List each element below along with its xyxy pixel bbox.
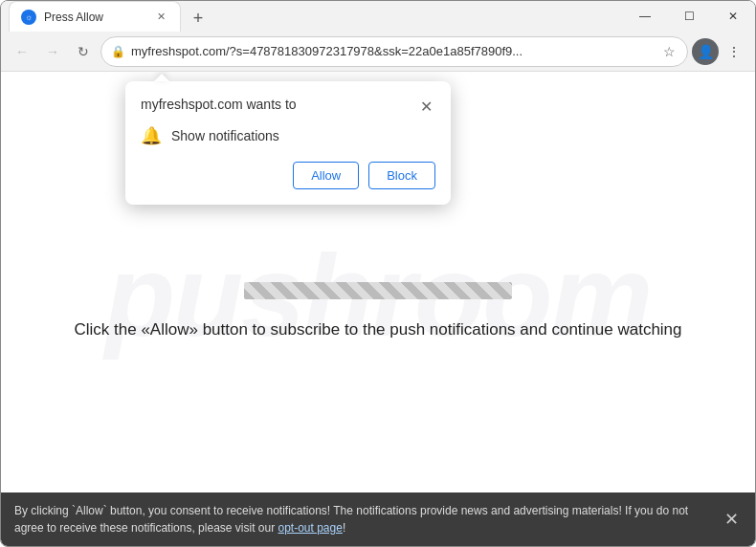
tab-close-button[interactable]: ✕ <box>153 10 168 25</box>
progress-area <box>244 282 512 299</box>
profile-icon: 👤 <box>698 44 714 59</box>
menu-button[interactable]: ⋮ <box>721 38 747 65</box>
main-instruction-text: Click the «Allow» button to subscribe to… <box>1 320 755 339</box>
tab-title: Press Allow <box>44 11 103 24</box>
window-close-button[interactable]: ✕ <box>711 1 755 32</box>
tab-favicon: ☼ <box>21 10 36 25</box>
tab-bar: ☼ Press Allow ✕ + <box>1 1 623 32</box>
bottom-bar-text-after-link: ! <box>343 521 345 535</box>
back-button[interactable]: ← <box>9 38 35 65</box>
active-tab[interactable]: ☼ Press Allow ✕ <box>9 1 181 32</box>
popup-buttons: Allow Block <box>141 162 435 189</box>
allow-button[interactable]: Allow <box>293 162 359 189</box>
address-bar: ← → ↻ 🔒 myfreshspot.com/?s=4787818309723… <box>1 32 755 72</box>
popup-arrow <box>154 74 169 81</box>
block-button[interactable]: Block <box>368 162 435 189</box>
security-lock-icon: 🔒 <box>111 45 125 58</box>
forward-button[interactable]: → <box>39 38 66 65</box>
bottom-bar-text: By clicking `Allow` button, you consent … <box>14 502 711 536</box>
bookmark-icon[interactable]: ☆ <box>661 42 678 61</box>
url-text: myfreshspot.com/?s=478781830972317978&ss… <box>131 44 656 58</box>
popup-notification-row: 🔔 Show notifications <box>141 125 435 146</box>
popup-notification-label: Show notifications <box>171 128 279 143</box>
url-bar[interactable]: 🔒 myfreshspot.com/?s=478781830972317978&… <box>100 36 688 67</box>
bottom-bar-text-before-link: By clicking `Allow` button, you consent … <box>14 504 688 535</box>
title-bar: ☼ Press Allow ✕ + — ☐ ✕ <box>1 1 755 32</box>
popup-close-button[interactable]: ✕ <box>416 97 435 116</box>
toolbar-right: 👤 ⋮ <box>692 38 747 65</box>
browser-window: ☼ Press Allow ✕ + — ☐ ✕ ← → ↻ 🔒 myfreshs… <box>0 0 756 547</box>
popup-header: myfreshspot.com wants to ✕ <box>141 97 435 116</box>
maximize-button[interactable]: ☐ <box>667 1 711 32</box>
refresh-button[interactable]: ↻ <box>70 38 97 65</box>
opt-out-link[interactable]: opt-out page <box>278 521 342 535</box>
bottom-bar-close-button[interactable]: ✕ <box>721 509 742 530</box>
notification-permission-popup: myfreshspot.com wants to ✕ 🔔 Show notifi… <box>125 81 451 205</box>
page-content: pushroom myfreshspot.com wants to ✕ 🔔 Sh… <box>1 72 755 546</box>
minimize-button[interactable]: — <box>623 1 667 32</box>
popup-title: myfreshspot.com wants to <box>141 97 297 112</box>
progress-bar <box>244 282 512 299</box>
profile-button[interactable]: 👤 <box>692 38 719 65</box>
new-tab-button[interactable]: + <box>185 5 211 32</box>
bottom-notification-bar: By clicking `Allow` button, you consent … <box>1 492 755 546</box>
bell-icon: 🔔 <box>141 125 162 146</box>
